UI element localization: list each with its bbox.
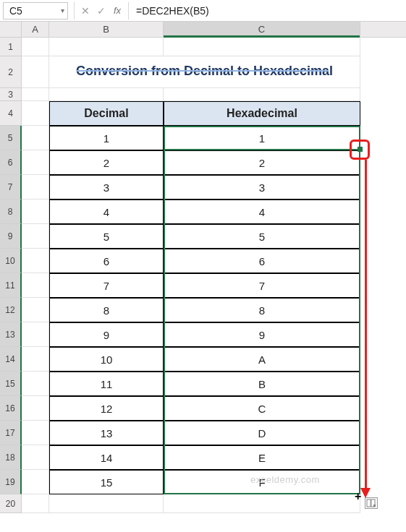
cell-hex[interactable]: E [164, 445, 360, 470]
row-header[interactable]: 4 [0, 101, 22, 126]
row-header[interactable]: 19 [0, 470, 22, 494]
cell[interactable] [22, 249, 49, 273]
cell-decimal[interactable]: 8 [49, 298, 164, 322]
cell-hex[interactable]: 2 [164, 150, 360, 175]
name-box[interactable]: C5 ▾ [3, 2, 68, 20]
row-header[interactable]: 17 [0, 421, 22, 445]
cell-decimal[interactable]: 6 [49, 249, 164, 273]
row-header[interactable]: 14 [0, 347, 22, 372]
row-header[interactable]: 18 [0, 445, 22, 470]
cell-decimal[interactable]: 2 [49, 150, 164, 175]
cell[interactable] [49, 38, 164, 56]
cell[interactable] [22, 101, 49, 126]
cell-hex[interactable]: 8 [164, 298, 360, 322]
cell[interactable] [49, 494, 164, 513]
cell[interactable] [22, 347, 49, 372]
cell[interactable] [164, 38, 360, 56]
chevron-down-icon[interactable]: ▾ [61, 7, 64, 14]
select-all-corner[interactable] [0, 22, 22, 37]
row-header[interactable]: 3 [0, 88, 22, 101]
row-header[interactable]: 5 [0, 126, 22, 150]
table-header-decimal[interactable]: Decimal [49, 101, 164, 126]
row-header[interactable]: 1 [0, 38, 22, 56]
cell-hex[interactable]: 9 [164, 322, 360, 347]
separator [74, 2, 75, 20]
cell-decimal[interactable]: 10 [49, 347, 164, 372]
column-header-C[interactable]: C [164, 22, 360, 37]
cell-decimal[interactable]: 12 [49, 396, 164, 421]
row-header[interactable]: 16 [0, 396, 22, 421]
annotation-circle [350, 140, 370, 160]
cell-decimal[interactable]: 15 [49, 470, 164, 494]
cell-hex[interactable]: B [164, 372, 360, 396]
row-header[interactable]: 13 [0, 322, 22, 347]
cell-decimal[interactable]: 4 [49, 200, 164, 224]
cell[interactable] [22, 175, 49, 200]
cell-decimal[interactable]: 5 [49, 224, 164, 249]
cell[interactable] [22, 372, 49, 396]
cancel-icon[interactable]: ✕ [77, 5, 93, 17]
cell[interactable] [22, 224, 49, 249]
enter-icon[interactable]: ✓ [93, 5, 109, 17]
cell-decimal[interactable]: 11 [49, 372, 164, 396]
column-header-B[interactable]: B [49, 22, 164, 37]
cell-hex[interactable]: 4 [164, 200, 360, 224]
formula-input[interactable]: =DEC2HEX(B5) [132, 5, 406, 17]
row-header[interactable]: 2 [0, 56, 22, 88]
cell-hex[interactable]: A [164, 347, 360, 372]
svg-rect-0 [367, 499, 371, 507]
cell-hex[interactable]: D [164, 421, 360, 445]
cell-decimal[interactable]: 7 [49, 273, 164, 298]
row-header[interactable]: 6 [0, 150, 22, 175]
cell[interactable] [22, 470, 49, 494]
cell[interactable] [22, 150, 49, 175]
row-header[interactable]: 15 [0, 372, 22, 396]
cell[interactable] [22, 38, 49, 56]
cell-hex[interactable]: 6 [164, 249, 360, 273]
cell-decimal[interactable]: 9 [49, 322, 164, 347]
cell-hex[interactable]: C [164, 396, 360, 421]
cell[interactable] [22, 200, 49, 224]
row-header[interactable]: 7 [0, 175, 22, 200]
cell-decimal[interactable]: 13 [49, 421, 164, 445]
row-header[interactable]: 8 [0, 200, 22, 224]
cell[interactable] [22, 396, 49, 421]
cell-decimal[interactable]: 3 [49, 175, 164, 200]
row-header[interactable]: 10 [0, 249, 22, 273]
page-title[interactable]: Conversion from Decimal to Hexadecimal [49, 56, 360, 88]
row-header[interactable]: 11 [0, 273, 22, 298]
cell[interactable] [164, 494, 360, 513]
cell[interactable] [49, 88, 164, 101]
cell[interactable] [22, 445, 49, 470]
annotation-arrow-line [365, 160, 367, 489]
cell[interactable] [22, 421, 49, 445]
separator [128, 2, 129, 20]
autofill-options-icon[interactable] [365, 497, 378, 509]
cell-hex[interactable]: 7 [164, 273, 360, 298]
cell-hex[interactable]: 3 [164, 175, 360, 200]
watermark: exceldemy.com [250, 474, 320, 485]
cell[interactable] [22, 126, 49, 150]
annotation-arrow-head [360, 488, 371, 498]
cell[interactable] [22, 273, 49, 298]
row-header[interactable]: 20 [0, 494, 22, 513]
cell[interactable] [22, 494, 49, 513]
fx-icon[interactable]: fx [109, 5, 125, 16]
cell[interactable] [22, 88, 49, 101]
row-header[interactable]: 9 [0, 224, 22, 249]
formula-bar: C5 ▾ ✕ ✓ fx =DEC2HEX(B5) [0, 0, 406, 22]
cell[interactable] [22, 298, 49, 322]
column-headers: A B C [0, 22, 406, 38]
column-header-A[interactable]: A [22, 22, 49, 37]
cell[interactable] [22, 322, 49, 347]
row-header[interactable]: 12 [0, 298, 22, 322]
cell-decimal[interactable]: 1 [49, 126, 164, 150]
cell-hex[interactable]: 1 [164, 126, 360, 150]
cell-hex[interactable]: 5 [164, 224, 360, 249]
cell[interactable] [22, 56, 49, 88]
cell-decimal[interactable]: 14 [49, 445, 164, 470]
table-header-hex[interactable]: Hexadecimal [164, 101, 360, 126]
name-box-value: C5 [9, 5, 22, 17]
title-underline [77, 70, 329, 72]
cell[interactable] [164, 88, 360, 101]
